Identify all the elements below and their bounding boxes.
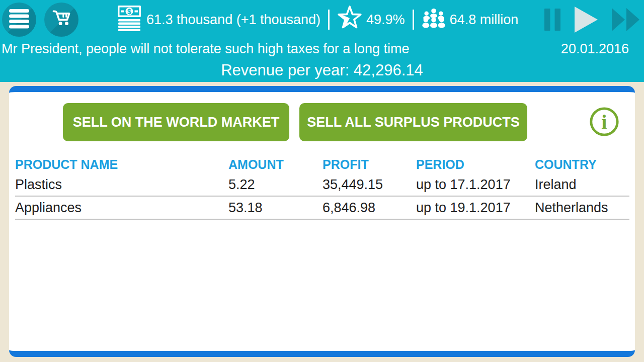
- rating-value: 49.9%: [366, 12, 405, 28]
- shop-button[interactable]: [44, 3, 78, 37]
- info-icon: i: [589, 131, 620, 139]
- revenue-line: Revenue per year: 42,296.14: [0, 61, 644, 79]
- money-stack-icon: $: [117, 5, 142, 35]
- shopping-cart-icon: [50, 8, 72, 32]
- game-date: 20.01.2016: [561, 41, 629, 57]
- table-header-row: PRODUCT NAME AMOUNT PROFIT PERIOD COUNTR…: [15, 155, 629, 173]
- money-value: 61.3 thousand (+1 thousand): [146, 12, 320, 28]
- col-header-country: COUNTRY: [535, 157, 629, 172]
- col-header-product-name: PRODUCT NAME: [15, 157, 228, 172]
- cell-country: Netherlands: [535, 200, 629, 216]
- table-row[interactable]: Appliances 53.18 6,846.98 up to 19.1.201…: [15, 197, 629, 220]
- cell-period: up to 17.1.2017: [416, 177, 535, 193]
- cell-amount: 53.18: [228, 200, 323, 216]
- info-button[interactable]: i: [589, 106, 620, 137]
- top-status-bar: $ 61.3 thousand (+1 thousand): [0, 0, 644, 82]
- col-header-period: PERIOD: [416, 157, 535, 172]
- products-card: SELL ON THE WORLD MARKET SELL ALL SURPLU…: [9, 86, 635, 357]
- products-table: PRODUCT NAME AMOUNT PROFIT PERIOD COUNTR…: [15, 155, 629, 220]
- cell-country: Ireland: [535, 177, 629, 193]
- col-header-amount: AMOUNT: [228, 157, 323, 172]
- svg-text:i: i: [601, 111, 607, 133]
- star-icon: [337, 6, 362, 34]
- advisor-message-row: Mr President, people will not tolerate s…: [0, 41, 644, 56]
- pause-icon[interactable]: [544, 9, 560, 31]
- population-stat[interactable]: 64.8 million: [422, 7, 519, 33]
- game-speed-controls: [544, 0, 640, 39]
- money-stat[interactable]: $ 61.3 thousand (+1 thousand): [117, 5, 320, 35]
- stat-divider: [328, 10, 330, 30]
- sell-all-surplus-button[interactable]: SELL ALL SURPLUS PRODUCTS: [299, 103, 527, 141]
- cell-product-name: Plastics: [15, 177, 228, 193]
- table-row[interactable]: Plastics 5.22 35,449.15 up to 17.1.2017 …: [15, 173, 629, 197]
- cell-profit: 35,449.15: [323, 177, 416, 193]
- advisor-message: Mr President, people will not tolerate s…: [2, 41, 409, 57]
- population-icon: [422, 7, 446, 33]
- svg-text:$: $: [127, 8, 131, 16]
- cell-product-name: Appliances: [15, 200, 228, 216]
- main-panel: SELL ON THE WORLD MARKET SELL ALL SURPLU…: [0, 82, 644, 362]
- cell-period: up to 19.1.2017: [416, 200, 535, 216]
- rating-stat[interactable]: 49.9%: [337, 6, 405, 34]
- fast-forward-icon[interactable]: [612, 8, 640, 31]
- col-header-profit: PROFIT: [323, 157, 416, 172]
- cell-amount: 5.22: [228, 177, 323, 193]
- population-value: 64.8 million: [450, 12, 519, 28]
- hamburger-menu-icon: [9, 9, 30, 31]
- stat-divider: [413, 10, 414, 30]
- play-icon[interactable]: [575, 7, 598, 33]
- menu-button[interactable]: [2, 3, 36, 37]
- cell-profit: 6,846.98: [323, 200, 416, 216]
- status-stats: $ 61.3 thousand (+1 thousand): [117, 0, 518, 39]
- sell-world-market-button[interactable]: SELL ON THE WORLD MARKET: [63, 103, 289, 141]
